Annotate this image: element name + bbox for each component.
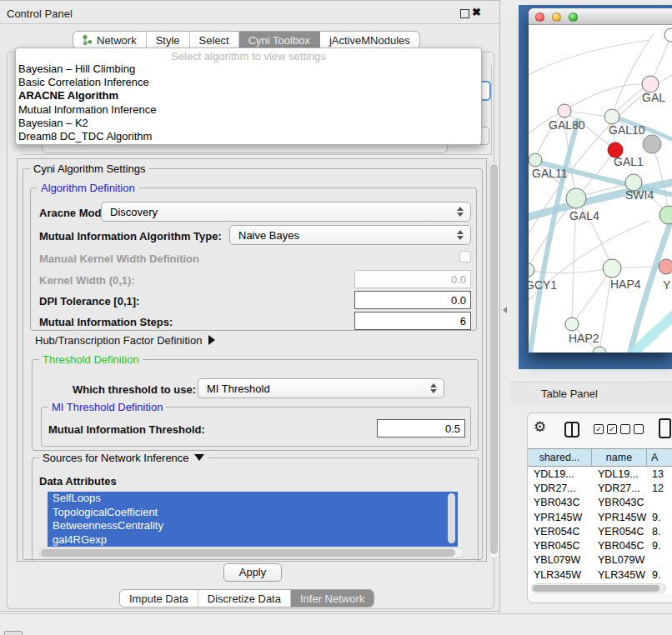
table-row[interactable]: YPR145WYPR145W9. — [528, 510, 672, 524]
attribute-item-selfloops[interactable]: SelfLoops — [48, 492, 458, 506]
horizontal-scrollbar[interactable] — [39, 548, 464, 558]
algorithm-option-dream8-dc-tdc-algorithm[interactable]: Dream8 DC_TDC Algorithm — [16, 130, 481, 143]
network-node-gal80[interactable] — [558, 104, 571, 118]
table-row[interactable]: YBR043CYBR043C — [528, 496, 672, 510]
mi-threshold-field[interactable]: 0.5 — [377, 419, 465, 438]
network-edge — [572, 268, 612, 324]
window-zoom-icon[interactable] — [569, 12, 578, 22]
table-cell: 12 — [647, 482, 672, 494]
table-horizontal-scrollbar[interactable] — [531, 583, 666, 593]
network-node-gcy1[interactable] — [529, 263, 534, 277]
network-node-gal4[interactable] — [566, 188, 586, 208]
stepper-icon — [457, 207, 464, 217]
table-cell: YPR145W — [528, 512, 592, 523]
aracne-mode-select[interactable]: Discovery — [101, 202, 471, 222]
hidden-groupbox-bottom — [22, 154, 491, 155]
attribute-item-topologicalcoefficient[interactable]: TopologicalCoefficient — [48, 506, 458, 520]
tab-style[interactable]: Style — [147, 32, 190, 48]
group-title: MI Threshold Definition — [48, 401, 166, 413]
attribute-item-gal4rgexp[interactable]: gal4RGexp — [48, 533, 458, 548]
tab-impute-data[interactable]: Impute Data — [120, 590, 198, 607]
network-node[interactable] — [643, 135, 661, 153]
network-node-gal11[interactable] — [529, 153, 542, 167]
new-table-icon[interactable] — [659, 418, 671, 438]
algorithm-option-aracne-algorithm[interactable]: ARACNE Algorithm — [16, 89, 481, 102]
table-row[interactable]: YDL19...YDL19...13 — [528, 467, 672, 481]
statusbar-widget-icon[interactable] — [4, 631, 23, 635]
list-scrollbar[interactable] — [448, 493, 455, 543]
kernel-width-field: 0.0 — [354, 270, 471, 288]
mi-type-label: Mutual Information Algorithm Type: — [39, 230, 222, 242]
table-row[interactable]: YBR045CYBR045C9. — [528, 538, 672, 552]
table-row[interactable]: YER054CYER054C8. — [528, 524, 672, 538]
mi-type-select[interactable]: Naive Bayes — [229, 225, 471, 245]
stepper-icon — [457, 230, 464, 240]
table-cell: YBR045C — [592, 540, 647, 552]
network-icon — [83, 35, 93, 46]
gear-icon[interactable]: ⚙ — [534, 420, 546, 434]
algorithm-option-basic-correlation-inference[interactable]: Basic Correlation Inference — [16, 76, 481, 89]
table-cell: 9. — [647, 569, 672, 581]
column-header-name[interactable]: name — [592, 449, 647, 466]
unchecked-box-icon — [620, 424, 630, 434]
which-threshold-select[interactable]: MI Threshold — [198, 378, 444, 398]
network-node[interactable] — [659, 206, 672, 224]
float-window-icon[interactable] — [460, 9, 469, 18]
scrollbar-thumb[interactable] — [533, 585, 659, 592]
apply-button[interactable]: Apply — [223, 563, 282, 582]
table-row[interactable]: YBL079WYBL079W — [528, 553, 672, 568]
network-node[interactable] — [664, 28, 672, 42]
node-label: HAP4 — [610, 278, 641, 291]
window-close-icon[interactable] — [535, 12, 544, 22]
hub-expander[interactable]: Hub/Transcription Factor Definition — [35, 334, 215, 347]
tab-discretize-data[interactable]: Discretize Data — [198, 590, 291, 607]
node-label: Y — [663, 278, 671, 292]
network-node-gal[interactable] — [642, 76, 659, 92]
network-node-hap2[interactable] — [565, 318, 579, 331]
network-canvas[interactable]: GALGAL80GAL10GAL1GAL11SWI4GAL4GCY1HAP4YH… — [529, 25, 672, 352]
column-layout-icon[interactable] — [564, 422, 579, 438]
tab-cyni-toolbox[interactable]: Cyni Toolbox — [239, 32, 320, 48]
tab-network[interactable]: Network — [73, 32, 147, 48]
scrollbar-thumb[interactable] — [41, 549, 455, 557]
expander-down-icon[interactable] — [194, 454, 204, 461]
column-header-a[interactable]: A — [647, 449, 672, 466]
select-all-columns-icon[interactable]: ✓✓ — [594, 424, 617, 434]
group-title: Cyni Algorithm Settings — [30, 162, 148, 175]
close-icon[interactable]: ✖ — [472, 6, 481, 18]
hub-expander-label: Hub/Transcription Factor Definition — [35, 334, 202, 347]
manual-kernel-checkbox[interactable] — [459, 251, 471, 262]
mi-steps-field[interactable]: 6 — [354, 312, 471, 330]
tab-select[interactable]: Select — [190, 32, 239, 48]
algorithm-option-mutual-information-inference[interactable]: Mutual Information Inference — [16, 103, 481, 117]
panel-title: Control Panel — [7, 8, 73, 20]
column-header-shared-[interactable]: shared... — [528, 449, 592, 466]
dpi-tolerance-field[interactable]: 0.0 — [354, 291, 471, 309]
scrollbar-thumb[interactable] — [490, 164, 498, 554]
network-node-hap4[interactable] — [603, 259, 621, 278]
vertical-scrollbar[interactable] — [489, 162, 499, 558]
expander-right-icon[interactable] — [208, 335, 215, 345]
deselect-all-columns-icon[interactable] — [620, 424, 644, 434]
algorithm-option-bayesian-hill-climbing[interactable]: Bayesian – Hill Climbing — [16, 62, 481, 76]
table-row[interactable]: YLR345WYLR345W9. — [528, 568, 672, 582]
attribute-item-betweennesscentrality[interactable]: BetweennessCentrality — [48, 519, 458, 533]
table-header-row: shared...nameA — [528, 448, 672, 467]
algorithm-definition-group: Algorithm Definition Aracne Mode: Discov… — [30, 188, 477, 331]
window-minimize-icon[interactable] — [552, 12, 561, 22]
data-attributes-list[interactable]: SelfLoopsTopologicalCoefficientBetweenne… — [48, 492, 458, 548]
algorithm-option-bayesian-k2[interactable]: Bayesian – K2 — [16, 117, 481, 130]
network-node-y[interactable] — [659, 259, 672, 274]
sources-group: Sources for Network Inference Data Attri… — [32, 458, 479, 562]
node-attribute-table: shared...nameA YDL19...YDL19...13YDR27..… — [528, 448, 672, 593]
network-window-titlebar[interactable] — [529, 8, 672, 25]
settings-viewport: Cyni Algorithm Settings Algorithm Defini… — [17, 158, 487, 562]
table-panel-title: Table Panel — [541, 388, 598, 400]
network-node-gal10[interactable] — [604, 109, 619, 124]
tab-infer-network[interactable]: Infer Network — [291, 590, 374, 607]
table-row[interactable]: YDR27...YDR27...12 — [528, 481, 672, 495]
node-label: GAL80 — [549, 118, 585, 132]
panel-divider-collapse-icon[interactable] — [503, 307, 507, 313]
tab-jactivemnodules[interactable]: jActiveMNodules — [320, 32, 419, 48]
tab-label: Cyni Toolbox — [248, 34, 310, 47]
